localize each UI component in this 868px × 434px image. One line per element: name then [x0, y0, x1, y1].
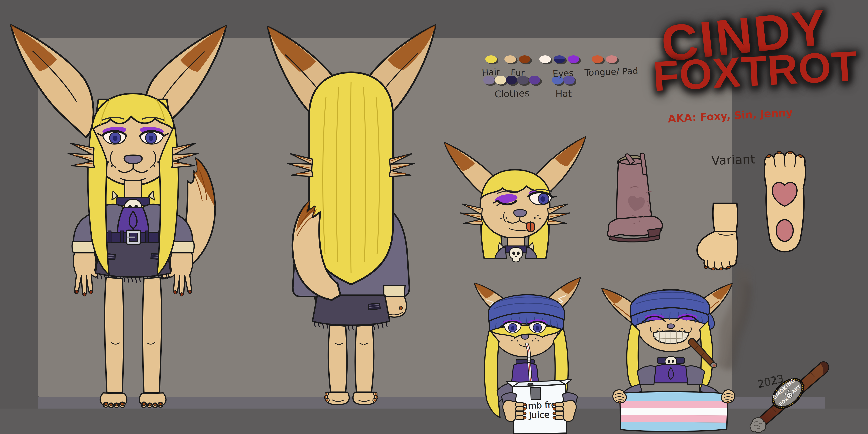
color-swatch	[529, 75, 540, 85]
hand-right	[168, 253, 193, 295]
torso-chibi2	[637, 364, 705, 385]
artist-cigar-signature: 2023 SMOKING FOX ART	[748, 352, 837, 429]
chibi-juice: Dumb frog Juice	[458, 273, 593, 434]
palette-label-eyes: Eyes	[552, 68, 574, 79]
legs	[100, 277, 166, 408]
reference-sheet-canvas: CINDY FOXTROT AKA: Foxy, Sin, Jenny Vari…	[0, 0, 868, 434]
title: CINDY FOXTROT	[653, 9, 868, 91]
color-palette: Hair Fur Eyes Tongue/ Pad Clothes Hat	[476, 48, 639, 104]
front-view-figure	[10, 17, 251, 411]
legs-back	[324, 325, 378, 405]
color-swatch	[568, 55, 579, 63]
color-swatch	[539, 55, 551, 63]
palette-label-fur: Fur	[510, 67, 525, 78]
skirt-back	[312, 295, 390, 330]
juice-box-label: Juice	[528, 409, 550, 421]
color-swatch	[519, 55, 530, 63]
heel-pad	[776, 220, 793, 241]
palette-label-tongue-pad: Tongue/ Pad	[584, 66, 638, 78]
foot-back-right	[353, 392, 376, 405]
paw-variant	[684, 203, 752, 270]
palette-label-hat: Hat	[556, 88, 572, 99]
color-swatch	[504, 55, 516, 63]
variant-label: Variant	[711, 152, 755, 168]
trans-flag	[620, 392, 728, 432]
color-swatch	[485, 55, 497, 63]
title-line-2: FOXTROT	[652, 45, 868, 96]
hand-left	[73, 253, 98, 295]
shirt-chibi1	[512, 363, 538, 383]
back-view-figure	[249, 17, 453, 414]
boot-variant	[607, 153, 673, 254]
cuff-back-right	[384, 285, 405, 297]
open-eye	[528, 189, 557, 205]
color-swatch	[606, 55, 617, 63]
neck	[125, 180, 142, 199]
paw-sole-variant	[758, 148, 810, 255]
foot-back-left	[326, 392, 349, 405]
paw-foot	[697, 231, 738, 270]
paw-leg	[713, 203, 738, 232]
color-swatch	[592, 55, 603, 63]
headshot-figure	[440, 131, 592, 258]
palette-label-clothes: Clothes	[494, 88, 529, 99]
tongue	[526, 222, 535, 232]
palette-label-hair: Hair	[482, 66, 500, 78]
